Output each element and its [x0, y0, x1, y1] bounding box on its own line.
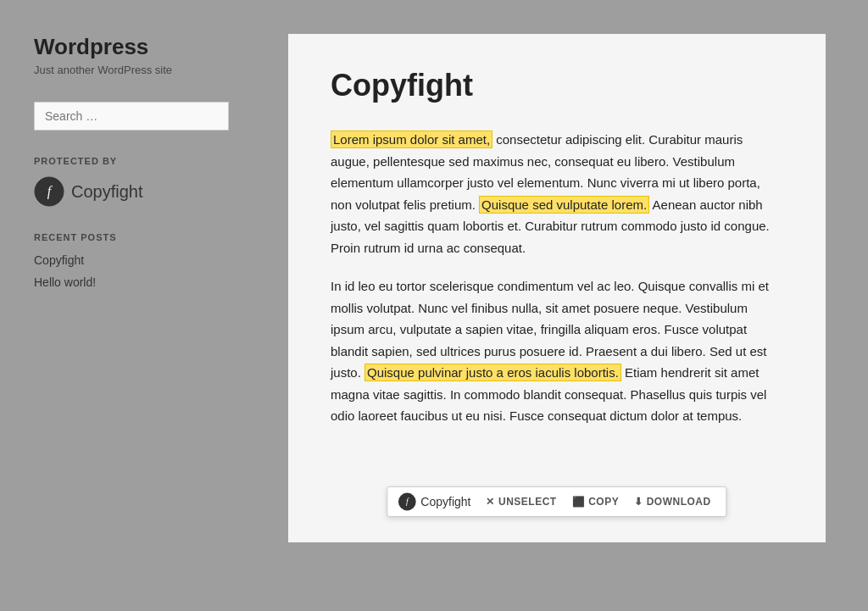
recent-posts-label: RECENT POSTS — [34, 232, 229, 242]
copy-label: COPY — [588, 496, 619, 508]
unselect-label: UNSELECT — [498, 496, 557, 508]
paragraph-1: Lorem ipsum dolor sit amet, consectetur … — [331, 129, 783, 258]
toolbar-brand-text: Copyfight — [420, 495, 470, 508]
recent-post-link-1[interactable]: Copyfight — [34, 253, 84, 267]
search-input[interactable] — [34, 102, 229, 131]
main-content: Copyfight Lorem ipsum dolor sit amet, co… — [254, 0, 868, 611]
protected-by-label: PROTECTED BY — [34, 156, 229, 166]
download-icon: ⬇ — [634, 496, 643, 508]
download-label: DOWNLOAD — [647, 496, 711, 508]
paragraph-2: In id leo eu tortor scelerisque condimen… — [331, 275, 783, 427]
toolbar-brand: f Copyfight — [398, 492, 470, 511]
copy-button[interactable]: ⬛ COPY — [567, 493, 625, 510]
sidebar: Wordpress Just another WordPress site PR… — [0, 0, 254, 611]
copy-icon: ⬛ — [572, 496, 586, 508]
highlight-1: Lorem ipsum dolor sit amet, — [331, 131, 492, 148]
download-button[interactable]: ⬇ DOWNLOAD — [629, 493, 716, 510]
copyfight-toolbar: f Copyfight ✕ UNSELECT ⬛ COPY ⬇ DOWNLOAD — [387, 486, 726, 517]
highlight-2: Quisque sed vulputate lorem. — [479, 196, 649, 214]
highlight-3: Quisque pulvinar justo a eros iaculis lo… — [364, 364, 621, 381]
copyfight-brand: f Copyfight — [34, 176, 229, 207]
copyfight-logo-text: Copyfight — [71, 182, 143, 202]
list-item: Copyfight — [34, 253, 229, 268]
unselect-button[interactable]: ✕ UNSELECT — [481, 493, 561, 510]
toolbar-logo-icon: f — [398, 492, 416, 511]
recent-posts-list: Copyfight Hello world! — [34, 253, 229, 290]
content-card: Copyfight Lorem ipsum dolor sit amet, co… — [288, 34, 826, 542]
site-title: Wordpress — [34, 34, 229, 60]
copyfight-logo-icon: f — [34, 176, 64, 207]
list-item: Hello world! — [34, 275, 229, 290]
post-body: Lorem ipsum dolor sit amet, consectetur … — [331, 129, 783, 427]
post-title: Copyfight — [331, 68, 783, 103]
recent-post-link-2[interactable]: Hello world! — [34, 275, 96, 289]
x-icon: ✕ — [486, 496, 495, 508]
site-tagline: Just another WordPress site — [34, 64, 229, 76]
